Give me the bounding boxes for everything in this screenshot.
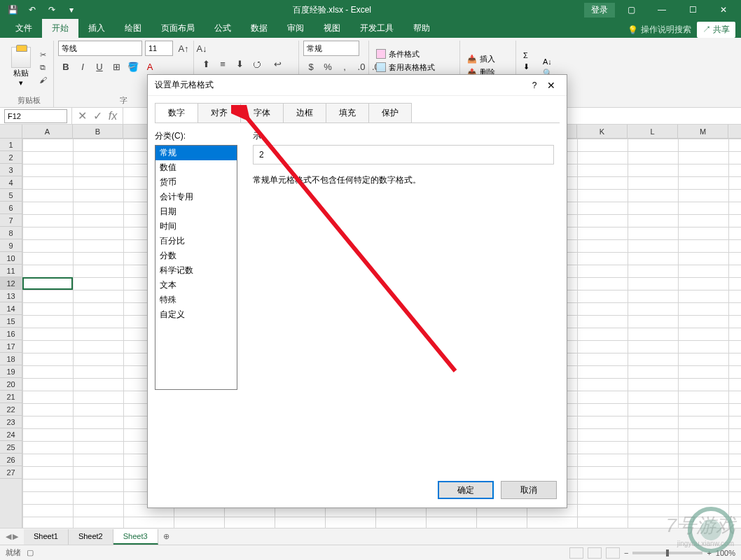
cancel-formula-icon[interactable]: ✕ <box>75 109 89 122</box>
tab-review[interactable]: 审阅 <box>277 19 314 38</box>
category-item[interactable]: 会计专用 <box>155 190 237 204</box>
dialog-tab-align[interactable]: 对齐 <box>198 103 241 122</box>
row-header[interactable]: 13 <box>0 290 22 302</box>
row-header[interactable]: 3 <box>0 164 22 176</box>
tab-dev[interactable]: 开发工具 <box>350 19 403 38</box>
row-header[interactable]: 23 <box>0 416 22 428</box>
category-item[interactable]: 百分比 <box>155 234 237 248</box>
sheet-tab-3[interactable]: Sheet3 <box>113 529 158 545</box>
sheet-nav-last-icon[interactable]: ▶ <box>13 532 18 541</box>
tab-file[interactable]: 文件 <box>6 19 42 38</box>
cancel-button[interactable]: 取消 <box>501 481 557 499</box>
cut-icon[interactable]: ✂ <box>36 49 49 60</box>
tab-formulas[interactable]: 公式 <box>205 19 241 38</box>
tab-layout[interactable]: 页面布局 <box>151 19 205 38</box>
font-name-select[interactable] <box>58 41 142 56</box>
row-header[interactable]: 8 <box>0 227 22 239</box>
ribbon-display-icon[interactable]: ▢ <box>616 0 646 20</box>
row-header[interactable]: 14 <box>0 302 22 315</box>
redo-icon[interactable]: ↷ <box>43 1 60 18</box>
enter-formula-icon[interactable]: ✓ <box>90 109 104 122</box>
select-all-corner[interactable] <box>0 125 22 138</box>
category-item[interactable]: 自定义 <box>155 307 237 322</box>
zoom-out-icon[interactable]: − <box>624 549 628 557</box>
row-header[interactable]: 6 <box>0 202 22 214</box>
fill-color-button[interactable]: 🪣 <box>125 59 141 74</box>
col-header[interactable]: A <box>22 125 73 138</box>
col-header[interactable]: K <box>577 125 628 138</box>
underline-button[interactable]: U <box>92 59 107 74</box>
format-painter-icon[interactable]: 🖌 <box>36 74 49 85</box>
row-header[interactable]: 16 <box>0 328 22 340</box>
row-header[interactable]: 10 <box>0 252 22 265</box>
dialog-tab-font[interactable]: 字体 <box>240 103 284 122</box>
percent-icon[interactable]: % <box>320 59 335 74</box>
tab-data[interactable]: 数据 <box>241 19 277 38</box>
page-break-view-icon[interactable] <box>606 547 620 559</box>
row-header[interactable]: 27 <box>0 466 22 479</box>
row-header[interactable]: 22 <box>0 403 22 416</box>
minimize-icon[interactable]: — <box>647 0 677 20</box>
row-header[interactable]: 9 <box>0 239 22 252</box>
increase-decimal-icon[interactable]: .0 <box>354 59 369 74</box>
dialog-help-icon[interactable]: ? <box>526 80 543 90</box>
ok-button[interactable]: 确定 <box>438 481 494 499</box>
col-header[interactable]: B <box>73 125 123 138</box>
row-header[interactable]: 19 <box>0 365 22 378</box>
row-header[interactable]: 4 <box>0 176 22 189</box>
save-icon[interactable]: 💾 <box>4 1 21 18</box>
align-top-icon[interactable]: ⬆ <box>198 57 214 72</box>
row-header[interactable]: 26 <box>0 454 22 466</box>
zoom-in-icon[interactable]: + <box>707 549 711 557</box>
dialog-tab-fill[interactable]: 填充 <box>326 103 369 122</box>
page-layout-view-icon[interactable] <box>588 547 602 559</box>
category-item[interactable]: 货币 <box>155 175 237 190</box>
font-size-select[interactable] <box>145 41 173 56</box>
category-item[interactable]: 特殊 <box>155 293 237 307</box>
sheet-nav-first-icon[interactable]: ◀ <box>6 532 11 541</box>
col-header[interactable]: L <box>628 125 678 138</box>
tab-insert[interactable]: 插入 <box>78 19 115 38</box>
sheet-tab-2[interactable]: Sheet2 <box>69 529 113 545</box>
tab-help[interactable]: 帮助 <box>403 19 440 38</box>
border-button[interactable]: ⊞ <box>109 59 124 74</box>
category-item[interactable]: 文本 <box>155 278 237 293</box>
row-header[interactable]: 25 <box>0 441 22 454</box>
row-header[interactable]: 2 <box>0 151 22 164</box>
increase-font-icon[interactable]: A↑ <box>176 41 191 56</box>
zoom-level[interactable]: 100% <box>716 549 735 557</box>
undo-icon[interactable]: ↶ <box>24 1 41 18</box>
align-middle-icon[interactable]: ≡ <box>215 57 230 72</box>
row-header[interactable]: 20 <box>0 378 22 391</box>
category-item[interactable]: 分数 <box>155 248 237 263</box>
login-button[interactable]: 登录 <box>584 3 615 18</box>
category-item[interactable]: 日期 <box>155 204 237 219</box>
tab-view[interactable]: 视图 <box>314 19 350 38</box>
align-bottom-icon[interactable]: ⬇ <box>232 57 247 72</box>
dialog-tab-number[interactable]: 数字 <box>155 103 198 122</box>
sort-filter-button[interactable]: A↓ <box>540 57 555 66</box>
dialog-tab-border[interactable]: 边框 <box>283 103 326 122</box>
row-header[interactable]: 18 <box>0 353 22 365</box>
row-header[interactable]: 12 <box>0 277 22 290</box>
number-format-select[interactable] <box>303 41 359 56</box>
bold-button[interactable]: B <box>58 59 74 74</box>
zoom-slider[interactable] <box>632 552 702 554</box>
row-header[interactable]: 5 <box>0 189 22 202</box>
dialog-close-icon[interactable]: ✕ <box>543 80 560 91</box>
row-header[interactable]: 21 <box>0 391 22 403</box>
copy-icon[interactable]: ⧉ <box>36 62 49 73</box>
row-header[interactable]: 1 <box>0 139 22 151</box>
comma-icon[interactable]: , <box>337 59 352 74</box>
close-icon[interactable]: ✕ <box>709 0 738 20</box>
normal-view-icon[interactable] <box>569 547 583 559</box>
orientation-icon[interactable]: ⭯ <box>249 57 264 72</box>
row-header[interactable]: 11 <box>0 265 22 277</box>
fill-button[interactable]: ⬇ <box>520 62 536 72</box>
macro-record-icon[interactable]: ▢ <box>27 548 34 557</box>
fx-icon[interactable]: fx <box>106 110 120 122</box>
autosum-button[interactable]: Σ <box>520 50 536 60</box>
row-header[interactable]: 24 <box>0 428 22 441</box>
category-item[interactable]: 时间 <box>155 219 237 234</box>
conditional-format-button[interactable]: 条件格式 <box>373 48 438 60</box>
